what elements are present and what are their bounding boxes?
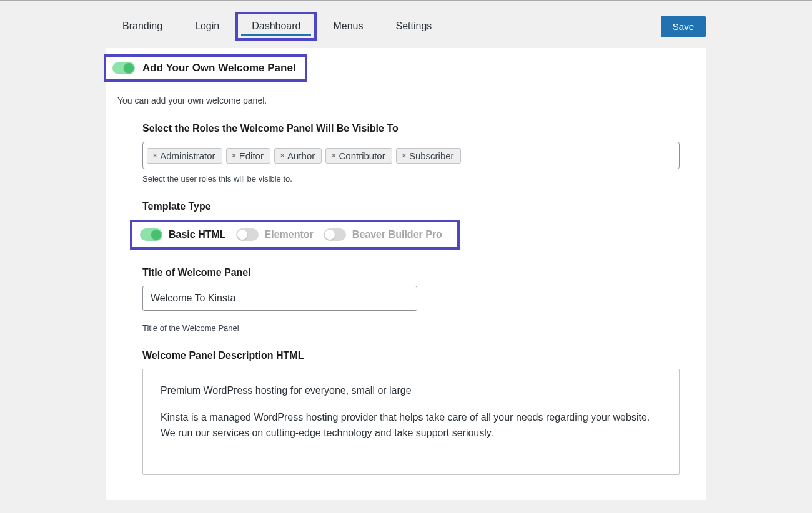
roles-label: Select the Roles the Welcome Panel Will … (142, 123, 680, 134)
template-options: Basic HTML Elementor Beaver Builder Pro (130, 220, 460, 250)
tabs-row: Branding Login Dashboard Menus Settings … (0, 1, 812, 41)
settings-panel: Add Your Own Welcome Panel You can add y… (106, 48, 706, 500)
title-label: Title of Welcome Panel (142, 267, 680, 278)
tab-menus[interactable]: Menus (317, 12, 379, 41)
remove-icon[interactable]: × (232, 150, 237, 160)
role-tag-label: Contributor (339, 150, 385, 161)
template-elementor-label: Elementor (265, 229, 314, 240)
remove-icon[interactable]: × (402, 150, 407, 160)
description-paragraph: Kinsta is a managed WordPress hosting pr… (161, 410, 661, 441)
welcome-description-editor[interactable]: Premium WordPress hosting for everyone, … (142, 369, 680, 475)
tab-branding[interactable]: Branding (106, 12, 179, 41)
tab-settings[interactable]: Settings (380, 12, 448, 41)
template-basic-toggle[interactable] (140, 228, 162, 241)
welcome-panel-toggle-group: Add Your Own Welcome Panel (104, 54, 307, 82)
tab-login[interactable]: Login (179, 12, 235, 41)
welcome-panel-toggle[interactable] (112, 62, 135, 74)
role-tag-editor[interactable]: ×Editor (226, 148, 270, 164)
template-elementor-toggle[interactable] (236, 228, 259, 241)
remove-icon[interactable]: × (331, 150, 336, 160)
role-tag-label: Administrator (160, 150, 215, 161)
roles-section: Select the Roles the Welcome Panel Will … (106, 105, 706, 183)
role-tag-subscriber[interactable]: ×Subscriber (396, 148, 461, 164)
template-beaver-label: Beaver Builder Pro (352, 229, 442, 240)
role-tag-administrator[interactable]: ×Administrator (147, 148, 222, 164)
role-tag-author[interactable]: ×Author (274, 148, 322, 164)
tab-dashboard[interactable]: Dashboard (235, 12, 317, 41)
title-section: Title of Welcome Panel Title of the Welc… (106, 250, 706, 333)
title-help: Title of the Welcome Panel (142, 323, 680, 333)
template-section: Template Type Basic HTML Elementor Beave… (106, 183, 706, 250)
welcome-title-input[interactable] (142, 286, 417, 311)
roles-help: Select the user roles this will be visib… (142, 174, 680, 183)
template-basic-label: Basic HTML (169, 229, 226, 240)
save-button[interactable]: Save (661, 16, 706, 37)
role-tag-label: Editor (239, 150, 264, 161)
description-paragraph: Premium WordPress hosting for everyone, … (161, 383, 661, 399)
description-section: Welcome Panel Description HTML Premium W… (106, 333, 706, 475)
role-tag-label: Author (287, 150, 315, 161)
remove-icon[interactable]: × (152, 150, 157, 160)
template-label: Template Type (142, 201, 680, 212)
description-label: Welcome Panel Description HTML (142, 350, 680, 361)
welcome-panel-description: You can add your own welcome panel. (106, 82, 706, 105)
role-tag-label: Subscriber (409, 150, 454, 161)
template-beaver-toggle[interactable] (324, 228, 346, 241)
role-tag-contributor[interactable]: ×Contributor (325, 148, 392, 164)
welcome-panel-toggle-label: Add Your Own Welcome Panel (142, 62, 296, 74)
remove-icon[interactable]: × (280, 150, 285, 160)
tab-list: Branding Login Dashboard Menus Settings (106, 12, 448, 41)
roles-input[interactable]: ×Administrator ×Editor ×Author ×Contribu… (142, 142, 680, 169)
